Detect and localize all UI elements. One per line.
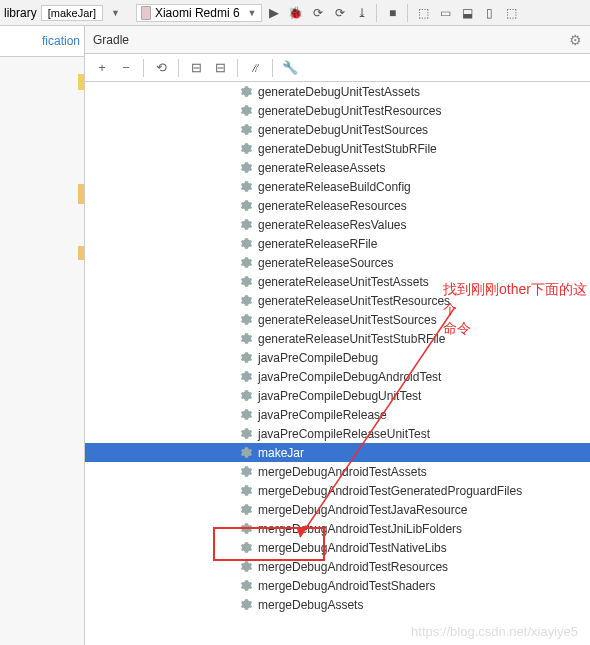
task-item[interactable]: javaPreCompileRelease [85,405,590,424]
task-label: mergeDebugAndroidTestResources [258,560,448,574]
task-label: javaPreCompileRelease [258,408,387,422]
gear-icon [240,180,253,193]
attach-icon[interactable]: ⤓ [352,3,372,23]
gear-icon [240,332,253,345]
panel-header: Gradle ⚙ [85,26,590,54]
separator [237,59,238,77]
gear-icon [240,218,253,231]
notification-tab[interactable]: fication [0,26,84,57]
task-item[interactable]: generateDebugUnitTestSources [85,120,590,139]
gear-icon [240,275,253,288]
profile-icon[interactable]: ⟳ [308,3,328,23]
gear-icon [240,598,253,611]
task-label: generateReleaseBuildConfig [258,180,411,194]
task-item[interactable]: javaPreCompileReleaseUnitTest [85,424,590,443]
task-item[interactable]: generateReleaseRFile [85,234,590,253]
task-label: makeJar [258,446,304,460]
task-tree: 找到刚刚other下面的这个 命令 generateDebugUnitTestA… [85,82,590,645]
gear-icon [240,541,253,554]
gear-icon [240,123,253,136]
gear-icon [240,484,253,497]
sdk-icon[interactable]: ⬓ [458,3,478,23]
run-config[interactable]: [makeJar] [41,5,103,21]
panel-title: Gradle [93,33,129,47]
task-item[interactable]: generateReleaseAssets [85,158,590,177]
task-label: generateReleaseUnitTestAssets [258,275,429,289]
editor-marker [78,246,84,260]
task-item[interactable]: generateReleaseResValues [85,215,590,234]
task-item[interactable]: mergeDebugAndroidTestGeneratedProguardFi… [85,481,590,500]
refresh-icon[interactable]: ⟲ [150,57,172,79]
task-item[interactable]: generateReleaseBuildConfig [85,177,590,196]
task-item[interactable]: mergeDebugAndroidTestNativeLibs [85,538,590,557]
left-sidebar: fication [0,26,85,645]
task-label: javaPreCompileReleaseUnitTest [258,427,430,441]
remove-icon[interactable]: − [115,57,137,79]
gear-icon [240,142,253,155]
task-item[interactable]: generateReleaseSources [85,253,590,272]
task-item[interactable]: generateDebugUnitTestAssets [85,82,590,101]
task-item[interactable]: mergeDebugAndroidTestAssets [85,462,590,481]
task-label: javaPreCompileDebugAndroidTest [258,370,441,384]
task-item[interactable]: makeJar [85,443,590,462]
gear-icon [240,427,253,440]
add-icon[interactable]: + [91,57,113,79]
main-toolbar: library [makeJar] ▼ Xiaomi Redmi 6 ▼ ▶ 🐞… [0,0,590,26]
task-item[interactable]: javaPreCompileDebugUnitTest [85,386,590,405]
panel-toolbar: + − ⟲ ⊟ ⊟ ⫽ 🔧 [85,54,590,82]
task-label: generateReleaseResources [258,199,407,213]
task-item[interactable]: generateReleaseUnitTestAssets [85,272,590,291]
expand-icon[interactable]: ⊟ [185,57,207,79]
task-item[interactable]: mergeDebugAssets [85,595,590,614]
avd-icon[interactable]: ▭ [436,3,456,23]
task-label: generateReleaseUnitTestStubRFile [258,332,445,346]
gradle-panel: Gradle ⚙ + − ⟲ ⊟ ⊟ ⫽ 🔧 找到刚刚other下面的这个 命令 [85,26,590,645]
gear-icon [240,256,253,269]
task-item[interactable]: generateReleaseUnitTestStubRFile [85,329,590,348]
task-item[interactable]: generateReleaseUnitTestResources [85,291,590,310]
task-item[interactable]: generateDebugUnitTestResources [85,101,590,120]
chevron-down-icon: ▼ [248,8,257,18]
task-item[interactable]: generateReleaseResources [85,196,590,215]
task-item[interactable]: javaPreCompileDebug [85,348,590,367]
device-dropdown[interactable]: Xiaomi Redmi 6 ▼ [136,4,262,22]
task-label: javaPreCompileDebugUnitTest [258,389,421,403]
task-item[interactable]: generateDebugUnitTestStubRFile [85,139,590,158]
gear-icon [240,446,253,459]
device-manager-icon[interactable]: ▯ [480,3,500,23]
task-item[interactable]: mergeDebugAndroidTestShaders [85,576,590,595]
task-label: generateDebugUnitTestStubRFile [258,142,437,156]
task-item[interactable]: mergeDebugAndroidTestJavaResource [85,500,590,519]
task-item[interactable]: javaPreCompileDebugAndroidTest [85,367,590,386]
task-label: generateReleaseSources [258,256,393,270]
task-label: generateDebugUnitTestSources [258,123,428,137]
gear-icon [240,313,253,326]
task-label: generateReleaseResValues [258,218,407,232]
offline-icon[interactable]: ⫽ [244,57,266,79]
stop-icon[interactable]: ■ [383,3,403,23]
gear-icon [240,237,253,250]
wrench-icon[interactable]: 🔧 [279,57,301,79]
gear-icon [240,199,253,212]
run-icon[interactable]: ▶ [264,3,284,23]
task-label: mergeDebugAndroidTestShaders [258,579,435,593]
gear-icon [240,389,253,402]
settings-icon[interactable]: ⚙ [569,32,582,48]
gear-icon [240,351,253,364]
layout-icon[interactable]: ⬚ [502,3,522,23]
separator [178,59,179,77]
sync-icon[interactable]: ⬚ [414,3,434,23]
debug-icon[interactable]: 🐞 [286,3,306,23]
gear-icon [240,579,253,592]
task-item[interactable]: mergeDebugAndroidTestJniLibFolders [85,519,590,538]
separator [376,4,377,22]
task-item[interactable]: generateReleaseUnitTestSources [85,310,590,329]
task-label: generateReleaseRFile [258,237,377,251]
coverage-icon[interactable]: ⟳ [330,3,350,23]
chevron-down-icon[interactable]: ▼ [111,8,120,18]
collapse-icon[interactable]: ⊟ [209,57,231,79]
task-item[interactable]: mergeDebugAndroidTestResources [85,557,590,576]
device-name: Xiaomi Redmi 6 [155,6,240,20]
gear-icon [240,408,253,421]
task-label: generateDebugUnitTestAssets [258,85,420,99]
